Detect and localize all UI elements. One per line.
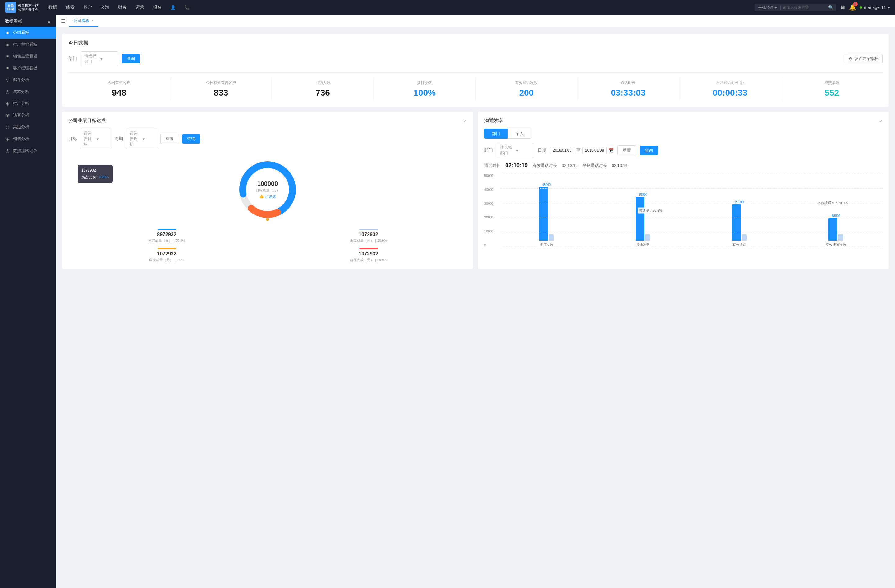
logo: 云朵CRM 教育机构一站式服务云平台 bbox=[5, 2, 42, 13]
sidebar-item-label: 成本分析 bbox=[13, 89, 29, 94]
bar-eff-connect-secondary bbox=[838, 234, 843, 241]
notification-icon[interactable]: 🔔 5 bbox=[849, 4, 856, 11]
comm-dept-select[interactable]: 请选择部门 ▾ bbox=[497, 143, 534, 158]
nav-person-icon[interactable]: 👤 bbox=[170, 5, 176, 10]
comm-filter-row: 部门 请选择部门 ▾ 日期 2018/01/08 至 2018/01/08 📅 bbox=[484, 143, 883, 158]
bar-pair-3 bbox=[732, 205, 747, 241]
connect-rate-label: 接通率：70.9% bbox=[638, 208, 663, 214]
stat-revisit: 回访人数 736 bbox=[272, 78, 374, 100]
bar-label-35000: 35000 bbox=[639, 193, 647, 196]
monitor-icon[interactable]: 🖥 bbox=[840, 5, 845, 11]
nav-phone-icon[interactable]: 📞 bbox=[184, 5, 190, 10]
dept-select[interactable]: 请选择部门 ▾ bbox=[81, 51, 118, 66]
bar-x-label-effective: 有效通话 bbox=[733, 242, 746, 247]
sidebar-item-promo-analysis[interactable]: ◈ 推广分析 bbox=[0, 98, 56, 109]
date-to-input[interactable]: 2018/01/08 bbox=[583, 147, 607, 154]
y-tick-30000: 30000 bbox=[484, 202, 500, 205]
y-tick-10000: 10000 bbox=[484, 229, 500, 233]
tab-close-icon[interactable]: ✕ bbox=[91, 19, 94, 23]
sidebar-item-sales[interactable]: ◈ 销售分析 bbox=[0, 133, 56, 145]
donut-tooltip: 1072932 所占比例: 70.9% bbox=[78, 165, 113, 183]
goal-select[interactable]: 请选择目标 ▾ bbox=[80, 129, 111, 149]
sidebar-item-label: 客户经理看板 bbox=[13, 65, 37, 71]
stat-first-consult-value: 948 bbox=[68, 88, 170, 98]
calendar-icon[interactable]: 📅 bbox=[608, 148, 614, 153]
sidebar-item-company-board[interactable]: ■ 公司看板 bbox=[0, 27, 56, 39]
goal-select-arrow: ▾ bbox=[97, 137, 108, 141]
notification-badge: 5 bbox=[853, 2, 858, 6]
avg-call-value: 02:10:19 bbox=[612, 163, 628, 168]
channel-icon: ◌ bbox=[5, 124, 10, 130]
stat-first-consult: 今日首咨客户 948 bbox=[68, 78, 170, 100]
stat-first-consult-label: 今日首咨客户 bbox=[68, 80, 170, 85]
period-select-placeholder: 请选择周期 bbox=[130, 130, 141, 147]
nav-leads[interactable]: 线索 bbox=[66, 5, 74, 10]
y-tick-50000: 50000 bbox=[484, 174, 500, 177]
goal-reset-button[interactable]: 重置 bbox=[160, 134, 179, 144]
sidebar-collapse-icon[interactable]: ▲ bbox=[47, 19, 51, 24]
stat-call-duration-label: 通话时长 bbox=[577, 80, 679, 85]
date-range: 2018/01/08 至 2018/01/08 📅 bbox=[550, 147, 614, 154]
nav-right: 手机号码 | 🔍 🖥 🔔 5 manager11 ▾ bbox=[754, 4, 890, 11]
sidebar-item-data-transfer[interactable]: ◎ 数据流转记录 bbox=[0, 145, 56, 157]
stat-dial-count-label: 拨打次数 bbox=[374, 80, 475, 85]
goal-query-button[interactable]: 查询 bbox=[182, 134, 200, 144]
stat-deals-label: 成交单数 bbox=[781, 80, 883, 85]
goal-uncompleted: 1072932 未完成量（元）｜20.9% bbox=[270, 229, 467, 243]
effective-call-value: 02:10:19 bbox=[562, 163, 578, 168]
sidebar-item-sales-manager[interactable]: ■ 销售主管看板 bbox=[0, 50, 56, 62]
comm-tab-person[interactable]: 个人 bbox=[508, 129, 531, 139]
stat-effective-consult-value: 833 bbox=[170, 88, 272, 98]
sidebar-item-account-manager[interactable]: ■ 客户经理看板 bbox=[0, 62, 56, 74]
bar-label-43000: 43000 bbox=[542, 183, 551, 186]
nav-signup[interactable]: 报名 bbox=[153, 5, 162, 10]
sidebar-item-funnel[interactable]: ▽ 漏斗分析 bbox=[0, 74, 56, 86]
nav-public-sea[interactable]: 公海 bbox=[101, 5, 109, 10]
comm-query-button[interactable]: 查询 bbox=[640, 146, 658, 155]
sidebar-item-channel[interactable]: ◌ 渠道分析 bbox=[0, 121, 56, 133]
date-from-input[interactable]: 2018/01/08 bbox=[550, 147, 574, 154]
comm-reset-button[interactable]: 重置 bbox=[617, 145, 636, 155]
user-dropdown-icon[interactable]: ▾ bbox=[888, 5, 890, 10]
search-input[interactable] bbox=[783, 5, 826, 10]
sidebar-group-header[interactable]: 数据看板 ▲ bbox=[0, 15, 56, 27]
y-axis: 50000 40000 30000 20000 10000 0 bbox=[484, 174, 500, 255]
sidebar-item-promo-manager[interactable]: ■ 推广主管看板 bbox=[0, 39, 56, 50]
nav-data[interactable]: 数据 bbox=[49, 5, 57, 10]
search-type-select[interactable]: 手机号码 bbox=[757, 5, 778, 10]
tab-menu-icon[interactable]: ☰ bbox=[61, 18, 65, 24]
tooltip-pct: 70.9% bbox=[99, 175, 109, 179]
settings-display-button[interactable]: ⚙ 设置显示指标 bbox=[845, 54, 883, 64]
nav-finance[interactable]: 财务 bbox=[118, 5, 127, 10]
today-stats-row: 今日首咨客户 948 今日有效首咨客户 833 回访人数 736 拨打次数 10… bbox=[68, 73, 883, 100]
search-icon[interactable]: 🔍 bbox=[828, 5, 833, 10]
sidebar-item-visitor[interactable]: ◉ 访客分析 bbox=[0, 109, 56, 121]
main-content: ☰ 公司看板 ✕ 今日数据 部门 请选择部门 ▾ 查询 ⚙ bbox=[56, 15, 895, 588]
layout: 数据看板 ▲ ■ 公司看板 ■ 推广主管看板 ■ 销售主管看板 ■ 客户经理看板… bbox=[0, 15, 895, 588]
search-separator: | bbox=[780, 5, 781, 10]
comm-expand-icon[interactable]: ⤢ bbox=[879, 118, 883, 123]
today-query-button[interactable]: 查询 bbox=[122, 54, 140, 64]
avg-call-label: 平均通话时长 bbox=[583, 163, 607, 168]
bar-pair-4 bbox=[828, 218, 843, 241]
comm-tab-dept[interactable]: 部门 bbox=[484, 129, 508, 139]
bottom-row: 公司业绩目标达成 ⤢ 目标 请选择目标 ▾ 周期 请选择周期 ▾ bbox=[62, 112, 889, 268]
sidebar-item-label: 数据流转记录 bbox=[13, 148, 37, 153]
stat-effective-consult: 今日有效首咨客户 833 bbox=[170, 78, 272, 100]
dept-filter-label: 部门 bbox=[68, 56, 77, 62]
nav-customer[interactable]: 客户 bbox=[83, 5, 92, 10]
y-tick-40000: 40000 bbox=[484, 188, 500, 191]
tab-company-board[interactable]: 公司看板 ✕ bbox=[69, 15, 98, 27]
period-select[interactable]: 请选择周期 ▾ bbox=[126, 129, 157, 149]
goal-title-text: 公司业绩目标达成 bbox=[68, 118, 106, 124]
bar-group-connect: 35000 接通次数 接通率：70.9% bbox=[596, 174, 690, 247]
stat-dial-count: 拨打次数 100% bbox=[374, 78, 476, 100]
sidebar-item-cost[interactable]: ◷ 成本分析 bbox=[0, 86, 56, 98]
settings-icon: ⚙ bbox=[849, 56, 853, 61]
nav-operations[interactable]: 运营 bbox=[135, 5, 144, 10]
username: manager11 bbox=[864, 5, 886, 10]
goal-expand-icon[interactable]: ⤢ bbox=[463, 118, 467, 123]
user-info[interactable]: manager11 ▾ bbox=[860, 5, 890, 10]
over-complete-bar bbox=[359, 248, 378, 249]
y-tick-0: 0 bbox=[484, 243, 500, 247]
